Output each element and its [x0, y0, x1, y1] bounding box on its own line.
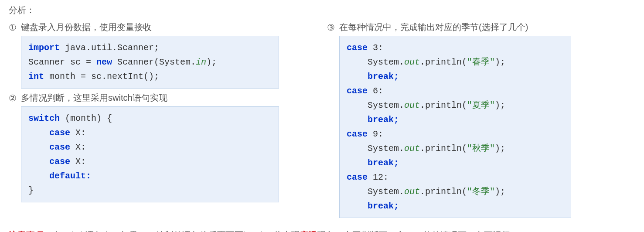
- kw-case-12: case: [347, 172, 368, 182]
- code2-close: }: [28, 185, 34, 195]
- out-3: out: [404, 143, 420, 154]
- str-summer: 夏季: [472, 100, 490, 110]
- kw-default: default:: [49, 171, 91, 181]
- step-1: ① 键盘录入月份数据，使用变量接收 import java.util.Scann…: [9, 21, 279, 89]
- kw-case-3: case: [347, 43, 368, 53]
- code1-scanner-end: );: [206, 57, 217, 67]
- sys-pre-1: System.: [368, 57, 404, 67]
- print-pre-4: .println(: [420, 187, 467, 197]
- q3b: ": [490, 143, 495, 154]
- code2-head-tail: (month) {: [60, 113, 112, 123]
- step-2-number: ②: [9, 93, 17, 103]
- note-section: 注意事项：在switch语句中，如果case控制的语句体后面不写break，将出…: [9, 228, 635, 232]
- q2b: ": [490, 100, 495, 110]
- note-p2: 现象，在不判断下一个case值的情况下，向下运行，: [317, 230, 519, 232]
- print-pre-3: .println(: [420, 143, 467, 154]
- kw-int: int: [28, 72, 44, 82]
- q2a: ": [467, 100, 472, 110]
- print-post-3: );: [495, 143, 505, 154]
- kw-break-1: break;: [368, 72, 399, 82]
- q4b: ": [490, 187, 495, 197]
- c12-num: 12:: [368, 172, 388, 182]
- print-pre-2: .println(: [420, 100, 467, 110]
- step-1-title: ① 键盘录入月份数据，使用变量接收: [9, 21, 279, 33]
- step-2-title: ② 多情况判断，这里采用switch语句实现: [9, 92, 279, 104]
- str-autumn: 秋季: [472, 143, 490, 154]
- print-pre-1: .println(: [420, 57, 467, 67]
- kw-break-2: break;: [368, 115, 399, 125]
- note-p1: 在switch语句中，如果case控制的语句体后面不写break，将出现: [52, 230, 300, 232]
- out-2: out: [404, 100, 420, 110]
- kw-case-a: case: [49, 128, 70, 138]
- print-post-1: );: [495, 57, 505, 67]
- step-2: ② 多情况判断，这里采用switch语句实现 switch (month) { …: [9, 92, 279, 202]
- code2-case-c: X:: [70, 157, 86, 167]
- kw-case-6: case: [347, 86, 368, 96]
- kw-import: import: [28, 43, 60, 53]
- str-spring: 春季: [472, 57, 490, 67]
- str-winter: 冬季: [472, 187, 490, 197]
- step-2-text: 多情况判断，这里采用switch语句实现: [21, 92, 167, 104]
- step-1-number: ①: [9, 22, 17, 33]
- step-3-title: ③ 在每种情况中，完成输出对应的季节(选择了几个): [327, 21, 571, 33]
- kw-case-9: case: [347, 129, 368, 139]
- right-column: ③ 在每种情况中，完成输出对应的季节(选择了几个) case 3: System…: [327, 21, 571, 222]
- code-block-2: switch (month) { case X: case X: case X:…: [21, 106, 279, 202]
- step-1-text: 键盘录入月份数据，使用变量接收: [21, 21, 152, 33]
- sys-pre-4: System.: [368, 187, 404, 197]
- code1-pkg: java.util.Scanner;: [60, 43, 159, 53]
- analysis-heading: 分析：: [9, 4, 635, 16]
- note-highlight: 穿透: [300, 230, 317, 232]
- print-post-2: );: [495, 100, 505, 110]
- code2-case-a: X:: [70, 128, 86, 138]
- kw-switch: switch: [28, 113, 60, 123]
- step-3: ③ 在每种情况中，完成输出对应的季节(选择了几个) case 3: System…: [327, 21, 571, 218]
- out-4: out: [404, 187, 420, 197]
- sys-pre-2: System.: [368, 100, 404, 110]
- left-column: ① 键盘录入月份数据，使用变量接收 import java.util.Scann…: [9, 21, 279, 206]
- note-label: 注意事项：: [9, 230, 52, 232]
- q1b: ": [490, 57, 495, 67]
- kw-case-b: case: [49, 142, 70, 152]
- code1-scanner-tail: Scanner(System.: [112, 57, 196, 67]
- q3a: ": [467, 143, 472, 154]
- print-post-4: );: [495, 187, 505, 197]
- c9-num: 9:: [368, 129, 383, 139]
- step-3-text: 在每种情况中，完成输出对应的季节(选择了几个): [339, 21, 528, 33]
- kw-break-3: break;: [368, 158, 399, 168]
- sys-pre-3: System.: [368, 143, 404, 154]
- code2-case-b: X:: [70, 142, 86, 152]
- kw-new: new: [96, 57, 112, 67]
- content-columns: ① 键盘录入月份数据，使用变量接收 import java.util.Scann…: [9, 21, 635, 222]
- kw-case-c: case: [49, 157, 70, 167]
- c3-num: 3:: [368, 43, 383, 53]
- code1-scanner-decl: Scanner sc =: [28, 57, 96, 67]
- kw-break-4: break;: [368, 201, 399, 211]
- step-3-number: ③: [327, 22, 335, 33]
- code-block-3: case 3: System.out.println("春季"); break;…: [339, 36, 571, 218]
- code-block-1: import java.util.Scanner; Scanner sc = n…: [21, 36, 279, 89]
- q4a: ": [467, 187, 472, 197]
- field-in: in: [196, 57, 206, 67]
- q1a: ": [467, 57, 472, 67]
- out-1: out: [404, 57, 420, 67]
- code1-month-line: month = sc.nextInt();: [44, 72, 159, 82]
- c6-num: 6:: [368, 86, 383, 96]
